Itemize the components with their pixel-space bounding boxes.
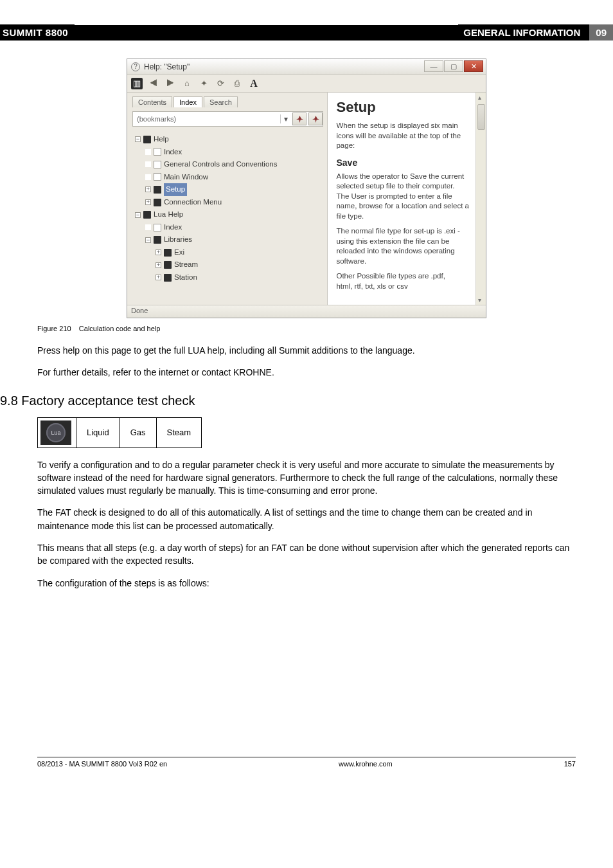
fat-para-2: The FAT check is designed to do all of t… [37, 506, 576, 532]
book-icon [154, 236, 161, 244]
page-icon [154, 224, 161, 231]
home-icon[interactable]: ⌂ [181, 78, 193, 89]
section-name: GENERAL INFORMATION [458, 24, 585, 41]
maximize-button[interactable]: ▢ [444, 60, 463, 72]
tab-search[interactable]: Search [204, 96, 238, 107]
tab-contents[interactable]: Contents [132, 96, 172, 107]
sync-icon[interactable]: ✦ [198, 78, 209, 89]
lua-icon: Lua [40, 420, 71, 445]
pin-button-1[interactable] [292, 113, 306, 125]
help-para-3: The normal file type for set-up is .exi … [336, 226, 478, 266]
forward-icon[interactable]: ⯈ [164, 78, 176, 89]
help-nav-panel: Contents Index Search (bookmarks) ▾ −Hel… [127, 93, 328, 305]
section-name-wrap: GENERAL INFORMATION 09 [458, 24, 613, 41]
tree-lua-index[interactable]: Index [164, 221, 182, 234]
further-details-paragraph: For further details, refer to the intern… [37, 366, 576, 379]
help-para-1: When the setup is displayed six main ico… [336, 121, 478, 151]
figure-number: Figure 210 [37, 325, 71, 332]
tree-station[interactable]: Station [174, 271, 197, 284]
fat-para-1: To verify a configuration and to do a re… [37, 458, 576, 498]
help-heading: Setup [336, 99, 478, 116]
tree-gcc[interactable]: General Controls and Conventions [164, 158, 277, 171]
tree-exi[interactable]: Exi [174, 246, 184, 259]
book-icon [143, 136, 151, 143]
bookmarks-row: (bookmarks) ▾ [132, 111, 323, 127]
print-icon[interactable]: ⎙ [231, 78, 243, 89]
col-steam: Steam [156, 417, 202, 448]
footer-center: www.krohne.com [339, 760, 393, 768]
press-help-paragraph: Press help on this page to get the full … [37, 344, 576, 357]
help-para-2: Allows the operator to Save the current … [336, 172, 478, 222]
help-status-bar: Done [127, 305, 486, 318]
footer-right: 157 [564, 760, 576, 768]
page-icon [154, 173, 161, 181]
applicability-table: Lua Liquid Gas Steam [37, 417, 202, 448]
tree-index[interactable]: Index [164, 146, 182, 159]
figure-caption-text: Calculation code and help [79, 325, 161, 332]
product-name: SUMMIT 8800 [0, 24, 75, 41]
section-heading: 9.8 Factory acceptance test check [0, 393, 613, 408]
help-window: ? Help: "Setup" — ▢ ✕ ▥ ⯇ ⯈ ⌂ ✦ ⟳ ⎙ A [127, 59, 486, 318]
tab-index[interactable]: Index [173, 96, 202, 107]
tree-setup[interactable]: Setup [164, 183, 187, 196]
page-footer: 08/2013 - MA SUMMIT 8800 Vol3 R02 en www… [37, 757, 576, 768]
book-icon [154, 186, 161, 194]
help-toolbar: ▥ ⯇ ⯈ ⌂ ✦ ⟳ ⎙ A [127, 75, 486, 93]
help-subheading: Save [336, 158, 478, 168]
help-tabs: Contents Index Search [132, 96, 323, 107]
col-gas: Gas [120, 417, 156, 448]
book-icon [164, 261, 172, 269]
help-screenshot: ? Help: "Setup" — ▢ ✕ ▥ ⯇ ⯈ ⌂ ✦ ⟳ ⎙ A [37, 59, 576, 318]
tree-main-window[interactable]: Main Window [164, 171, 208, 184]
page-icon [154, 161, 161, 168]
help-title-icon: ? [131, 62, 140, 71]
page-icon [154, 148, 161, 156]
hide-nav-icon[interactable]: ▥ [131, 78, 143, 89]
header-divider [75, 25, 458, 41]
minimize-button[interactable]: — [424, 60, 443, 72]
book-icon [154, 199, 161, 206]
lua-icon-cell: Lua [38, 417, 76, 448]
lua-icon-label: Lua [46, 423, 66, 442]
book-icon [164, 249, 172, 257]
bookmarks-field[interactable]: (bookmarks) [133, 114, 280, 124]
book-icon [143, 211, 151, 219]
scrollbar[interactable] [475, 93, 486, 305]
font-size-button[interactable]: A [248, 78, 260, 89]
chapter-number: 09 [589, 24, 613, 41]
tree-lua-help[interactable]: Lua Help [154, 208, 183, 221]
col-liquid: Liquid [76, 417, 120, 448]
tree-stream[interactable]: Stream [174, 258, 198, 271]
book-icon [164, 274, 172, 282]
pin-button-2[interactable] [308, 113, 323, 125]
help-titlebar: ? Help: "Setup" — ▢ ✕ [127, 59, 486, 75]
help-para-4: Other Possible file types are .pdf, [336, 271, 478, 282]
refresh-icon[interactable]: ⟳ [215, 78, 226, 89]
figure-caption: Figure 210 Calculation code and help [37, 325, 576, 332]
fat-para-3: This means that all steps (e.g. a day wo… [37, 541, 576, 568]
help-content-panel: Setup When the setup is displayed six ma… [328, 93, 486, 305]
scrollbar-thumb[interactable] [477, 104, 485, 130]
fat-para-4: The configuration of the steps is as fol… [37, 577, 576, 590]
page-header: SUMMIT 8800 GENERAL INFORMATION 09 [0, 24, 613, 41]
tree-libraries[interactable]: Libraries [164, 233, 192, 246]
tree-help[interactable]: Help [154, 133, 169, 146]
footer-left: 08/2013 - MA SUMMIT 8800 Vol3 R02 en [37, 760, 167, 768]
help-para-5: html, rtf, txt, xls or csv [336, 282, 478, 292]
window-controls: — ▢ ✕ [423, 60, 483, 72]
bookmarks-dropdown-icon[interactable]: ▾ [280, 114, 290, 123]
tree-connection-menu[interactable]: Connection Menu [164, 196, 222, 209]
back-icon[interactable]: ⯇ [148, 78, 159, 89]
help-tree[interactable]: −Help Index General Controls and Convent… [132, 133, 323, 284]
close-button[interactable]: ✕ [464, 60, 483, 72]
help-window-title: Help: "Setup" [144, 62, 190, 71]
